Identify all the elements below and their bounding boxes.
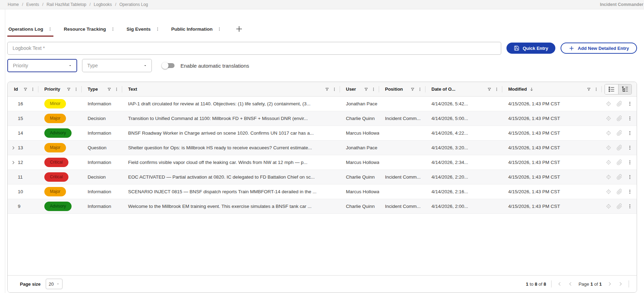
- row-menu-icon[interactable]: [627, 145, 632, 150]
- quick-entry-button[interactable]: Quick Entry: [506, 43, 555, 54]
- tab-menu-icon[interactable]: [111, 27, 115, 31]
- column-label: Type: [88, 87, 98, 92]
- locate-target-icon[interactable]: [606, 130, 612, 136]
- row-menu-icon[interactable]: [627, 174, 632, 180]
- column-menu-icon[interactable]: [31, 87, 35, 91]
- locate-target-icon[interactable]: [606, 115, 612, 121]
- filter-icon[interactable]: [487, 87, 491, 91]
- filter-icon[interactable]: [23, 87, 28, 91]
- table-row[interactable]: 11 Critical Decision EOC ACTIVATED — Par…: [8, 170, 637, 185]
- filter-icon[interactable]: [107, 87, 111, 91]
- grouped-list-view-icon[interactable]: [618, 84, 631, 94]
- attachment-paperclip-icon[interactable]: [616, 115, 622, 121]
- priority-badge: Major: [44, 187, 66, 196]
- table-row[interactable]: 10 Major Information SCENARIO INJECT 081…: [8, 185, 637, 199]
- attachment-paperclip-icon[interactable]: [616, 145, 622, 151]
- tab-menu-icon[interactable]: [155, 27, 160, 31]
- pager-divider: [551, 280, 552, 287]
- row-menu-icon[interactable]: [627, 160, 632, 165]
- attachment-paperclip-icon[interactable]: [616, 203, 622, 209]
- view-mode-toggle: [605, 84, 632, 95]
- locate-target-icon[interactable]: [606, 203, 612, 209]
- column-menu-icon[interactable]: [74, 87, 78, 91]
- breadcrumb-separator: /: [22, 2, 23, 7]
- row-menu-icon[interactable]: [627, 189, 632, 194]
- attachment-paperclip-icon[interactable]: [616, 174, 622, 180]
- filter-icon[interactable]: [325, 87, 329, 91]
- row-menu-icon[interactable]: [627, 130, 632, 136]
- flat-list-view-icon[interactable]: [605, 84, 618, 94]
- table-row[interactable]: 15 Major Decision Transition to Unified …: [8, 111, 637, 126]
- tab-operations-log[interactable]: Operations Log: [7, 27, 53, 37]
- column-header-text[interactable]: Text: [122, 82, 340, 96]
- row-id: 9: [18, 204, 21, 209]
- filter-icon[interactable]: [364, 87, 368, 91]
- row-type: Information: [82, 199, 122, 213]
- column-menu-icon[interactable]: [495, 87, 499, 91]
- filter-icon[interactable]: [587, 87, 591, 91]
- last-page-icon[interactable]: [618, 281, 623, 287]
- table-row[interactable]: 9 Advisory Information Welcome to the Mi…: [8, 199, 637, 214]
- tab-sig-events[interactable]: Sig Events: [126, 27, 161, 37]
- add-tab-icon[interactable]: [235, 25, 243, 33]
- breadcrumb-item-logbooks[interactable]: Logbooks: [94, 2, 112, 7]
- attachment-paperclip-icon[interactable]: [616, 159, 622, 165]
- column-menu-icon[interactable]: [418, 87, 422, 91]
- row-menu-icon[interactable]: [627, 204, 632, 209]
- row-menu-icon[interactable]: [627, 101, 632, 106]
- logbook-text-input[interactable]: [7, 42, 501, 55]
- locate-target-icon[interactable]: [606, 174, 612, 180]
- table-row[interactable]: 14 Advisory Information BNSF Roadway Wor…: [8, 126, 637, 141]
- locate-target-icon[interactable]: [606, 145, 612, 151]
- type-select[interactable]: Type: [82, 59, 152, 72]
- page-size-select[interactable]: 20: [46, 279, 62, 289]
- column-menu-icon[interactable]: [114, 87, 119, 91]
- column-header-position[interactable]: Position: [379, 82, 425, 96]
- column-label: Priority: [44, 87, 60, 92]
- attachment-paperclip-icon[interactable]: [616, 189, 622, 195]
- column-header-type[interactable]: Type: [82, 82, 122, 96]
- expand-chevron-icon[interactable]: [10, 159, 17, 166]
- priority-badge: Minor: [44, 99, 66, 108]
- table-row[interactable]: 12 Critical Information Field confirms v…: [8, 155, 637, 170]
- breadcrumb-item-events[interactable]: Events: [26, 2, 39, 7]
- breadcrumb-item-home[interactable]: Home: [8, 2, 19, 7]
- column-header-id[interactable]: Id: [8, 82, 38, 96]
- row-date-of-occurrence: 4/14/2026, 5:42...: [425, 97, 502, 111]
- tab-menu-icon[interactable]: [48, 27, 52, 31]
- column-header-user[interactable]: User: [340, 82, 379, 96]
- attachment-paperclip-icon[interactable]: [616, 101, 622, 107]
- table-row[interactable]: 16 Minor Information IAP-1 draft circula…: [8, 97, 637, 111]
- column-menu-icon[interactable]: [332, 87, 336, 91]
- tab-resource-tracking[interactable]: Resource Tracking: [63, 27, 116, 37]
- tab-label: Sig Events: [127, 27, 151, 32]
- tab-menu-icon[interactable]: [217, 27, 222, 31]
- translations-toggle-label: Enable automatic translations: [180, 63, 249, 69]
- column-header-date-of-occurrence[interactable]: Date of O...: [425, 82, 502, 96]
- column-label: Modified: [508, 87, 527, 92]
- attachment-paperclip-icon[interactable]: [616, 130, 622, 136]
- column-header-priority[interactable]: Priority: [38, 82, 82, 96]
- column-menu-icon[interactable]: [371, 87, 376, 91]
- row-user: Jonathan Pace: [340, 97, 379, 111]
- column-header-modified[interactable]: Modified: [502, 82, 602, 96]
- translations-toggle[interactable]: [163, 63, 175, 68]
- previous-page-icon[interactable]: [568, 281, 573, 287]
- breadcrumb-item-event-name[interactable]: Rail HazMat Tabletop: [46, 2, 86, 7]
- priority-select[interactable]: Priority: [7, 59, 77, 72]
- column-menu-icon[interactable]: [594, 87, 598, 91]
- expand-chevron-icon[interactable]: [10, 144, 17, 151]
- filter-icon[interactable]: [410, 87, 415, 91]
- row-range-label: 1 to 8 of 8: [526, 281, 546, 287]
- locate-target-icon[interactable]: [606, 101, 612, 107]
- tab-public-information[interactable]: Public Information: [170, 27, 223, 37]
- locate-target-icon[interactable]: [606, 159, 612, 165]
- filter-icon[interactable]: [67, 87, 71, 91]
- table-row[interactable]: 13 Major Question Shelter question for O…: [8, 141, 637, 155]
- next-page-icon[interactable]: [607, 281, 613, 287]
- row-menu-icon[interactable]: [627, 116, 632, 121]
- locate-target-icon[interactable]: [606, 189, 612, 195]
- first-page-icon[interactable]: [557, 281, 562, 287]
- tab-label: Resource Tracking: [64, 27, 106, 32]
- add-detailed-entry-button[interactable]: Add New Detailed Entry: [561, 43, 637, 54]
